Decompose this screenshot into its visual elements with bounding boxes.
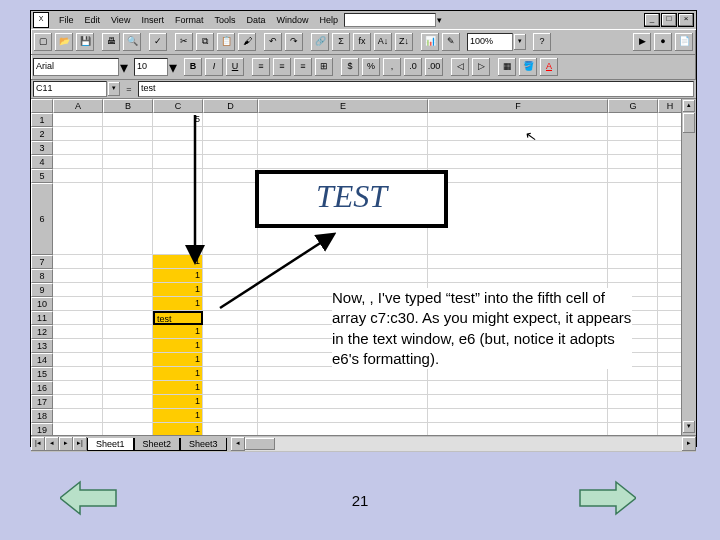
fill-color-button[interactable]: 🪣 bbox=[518, 57, 538, 77]
row-header[interactable]: 11 bbox=[31, 311, 53, 325]
currency-button[interactable]: $ bbox=[340, 57, 360, 77]
cell-e7[interactable] bbox=[258, 255, 428, 269]
align-left-button[interactable]: ≡ bbox=[251, 57, 271, 77]
scroll-down-button[interactable]: ▾ bbox=[683, 421, 695, 433]
format-painter-button[interactable]: 🖌 bbox=[237, 32, 257, 52]
row-header[interactable]: 12 bbox=[31, 325, 53, 339]
cell-g15[interactable] bbox=[608, 367, 658, 381]
cell-b13[interactable] bbox=[103, 339, 153, 353]
cell-e4[interactable] bbox=[258, 155, 428, 169]
cell-d11[interactable] bbox=[203, 311, 258, 325]
menu-tools[interactable]: Tools bbox=[209, 14, 240, 26]
align-center-button[interactable]: ≡ bbox=[272, 57, 292, 77]
font-color-button[interactable]: A bbox=[539, 57, 559, 77]
print-button[interactable]: 🖶 bbox=[101, 32, 121, 52]
vb-button[interactable]: 📄 bbox=[674, 32, 694, 52]
tab-nav-first[interactable]: |◂ bbox=[31, 437, 45, 451]
cell-a13[interactable] bbox=[53, 339, 103, 353]
font-name-box[interactable]: Arial bbox=[33, 58, 119, 76]
cell-a8[interactable] bbox=[53, 269, 103, 283]
row-header[interactable]: 17 bbox=[31, 395, 53, 409]
cell-a7[interactable] bbox=[53, 255, 103, 269]
cell-e2[interactable] bbox=[258, 127, 428, 141]
minimize-button[interactable]: _ bbox=[644, 13, 660, 27]
cell-g16[interactable] bbox=[608, 381, 658, 395]
tab-nav-prev[interactable]: ◂ bbox=[45, 437, 59, 451]
cell-d5[interactable] bbox=[203, 169, 258, 183]
merge-button[interactable]: ⊞ bbox=[314, 57, 334, 77]
cell-d16[interactable] bbox=[203, 381, 258, 395]
row-header[interactable]: 10 bbox=[31, 297, 53, 311]
cell-b16[interactable] bbox=[103, 381, 153, 395]
help-search-dropdown[interactable]: ▾ bbox=[437, 15, 442, 25]
cell-e17[interactable] bbox=[258, 395, 428, 409]
cell-e1[interactable] bbox=[258, 113, 428, 127]
menu-view[interactable]: View bbox=[106, 14, 135, 26]
cell-e15[interactable] bbox=[258, 367, 428, 381]
cell-g19[interactable] bbox=[608, 423, 658, 435]
zoom-dropdown[interactable]: ▾ bbox=[514, 34, 526, 50]
menu-window[interactable]: Window bbox=[271, 14, 313, 26]
row-header[interactable]: 7 bbox=[31, 255, 53, 269]
cell-c2[interactable] bbox=[153, 127, 203, 141]
tab-nav-last[interactable]: ▸| bbox=[73, 437, 87, 451]
help-search-input[interactable] bbox=[344, 13, 436, 27]
tab-nav-next[interactable]: ▸ bbox=[59, 437, 73, 451]
vertical-scrollbar[interactable]: ▴ ▾ bbox=[681, 99, 696, 435]
redo-button[interactable]: ↷ bbox=[284, 32, 304, 52]
cell-c3[interactable] bbox=[153, 141, 203, 155]
cell-g17[interactable] bbox=[608, 395, 658, 409]
spell-button[interactable]: ✓ bbox=[148, 32, 168, 52]
row-header[interactable]: 15 bbox=[31, 367, 53, 381]
cell-b15[interactable] bbox=[103, 367, 153, 381]
sheet-tab-2[interactable]: Sheet2 bbox=[134, 438, 181, 451]
cell-f8[interactable] bbox=[428, 269, 608, 283]
cell-g6[interactable] bbox=[608, 183, 658, 255]
cell-c12[interactable]: 1 bbox=[153, 325, 203, 339]
cell-b8[interactable] bbox=[103, 269, 153, 283]
sheet-tab-1[interactable]: Sheet1 bbox=[87, 438, 134, 451]
select-all-corner[interactable] bbox=[31, 99, 53, 113]
cell-d4[interactable] bbox=[203, 155, 258, 169]
function-button[interactable]: fx bbox=[352, 32, 372, 52]
cell-d19[interactable] bbox=[203, 423, 258, 435]
zoom-box[interactable]: 100% bbox=[467, 33, 513, 51]
cell-f7[interactable] bbox=[428, 255, 608, 269]
cut-button[interactable]: ✂ bbox=[174, 32, 194, 52]
row-header[interactable]: 14 bbox=[31, 353, 53, 367]
cell-c4[interactable] bbox=[153, 155, 203, 169]
col-header-d[interactable]: D bbox=[203, 99, 258, 113]
bold-button[interactable]: B bbox=[183, 57, 203, 77]
cell-g2[interactable] bbox=[608, 127, 658, 141]
cell-g4[interactable] bbox=[608, 155, 658, 169]
cell-b7[interactable] bbox=[103, 255, 153, 269]
app-control-icon[interactable]: X bbox=[33, 12, 49, 28]
col-header-g[interactable]: G bbox=[608, 99, 658, 113]
undo-button[interactable]: ↶ bbox=[263, 32, 283, 52]
cell-a14[interactable] bbox=[53, 353, 103, 367]
cell-c18[interactable]: 1 bbox=[153, 409, 203, 423]
sort-desc-button[interactable]: Z↓ bbox=[394, 32, 414, 52]
dec-decimal-button[interactable]: .00 bbox=[424, 57, 444, 77]
cell-d1[interactable] bbox=[203, 113, 258, 127]
col-header-c[interactable]: C bbox=[153, 99, 203, 113]
preview-button[interactable]: 🔍 bbox=[122, 32, 142, 52]
sort-asc-button[interactable]: A↓ bbox=[373, 32, 393, 52]
chart-button[interactable]: 📊 bbox=[420, 32, 440, 52]
cell-b10[interactable] bbox=[103, 297, 153, 311]
cell-b14[interactable] bbox=[103, 353, 153, 367]
cell-d13[interactable] bbox=[203, 339, 258, 353]
scroll-thumb[interactable] bbox=[683, 113, 695, 133]
cell-d7[interactable] bbox=[203, 255, 258, 269]
cell-c10[interactable]: 1 bbox=[153, 297, 203, 311]
cell-c9[interactable]: 1 bbox=[153, 283, 203, 297]
cell-c1[interactable]: 5 bbox=[153, 113, 203, 127]
row-header[interactable]: 18 bbox=[31, 409, 53, 423]
cell-b12[interactable] bbox=[103, 325, 153, 339]
sheet-tab-3[interactable]: Sheet3 bbox=[180, 438, 227, 451]
cell-f17[interactable] bbox=[428, 395, 608, 409]
percent-button[interactable]: % bbox=[361, 57, 381, 77]
paste-button[interactable]: 📋 bbox=[216, 32, 236, 52]
cell-f19[interactable] bbox=[428, 423, 608, 435]
cell-f16[interactable] bbox=[428, 381, 608, 395]
